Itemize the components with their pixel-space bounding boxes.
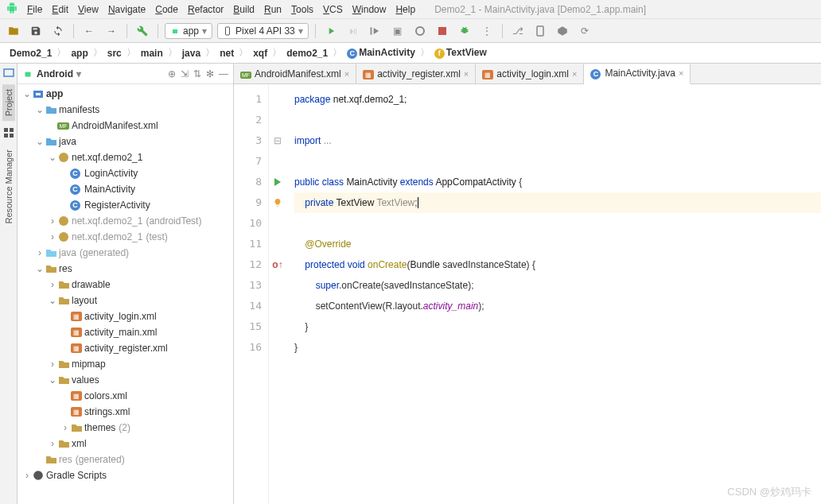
close-tab-icon[interactable]: × [344, 69, 349, 79]
gradle-sync-icon[interactable]: ⟳ [576, 22, 593, 40]
tree-node[interactable]: ⌄values [18, 372, 233, 388]
project-tool-icon[interactable] [3, 67, 14, 78]
breadcrumb-item[interactable]: demo2_1 [283, 46, 331, 60]
tree-node[interactable]: ▦activity_register.xml [18, 340, 233, 356]
main-toolbar: ← → app ▾ Pixel 4 API 33 ▾ ⏯ ▣ ⋮ ⎇ ⟳ [0, 19, 821, 43]
tree-node[interactable]: ⌄layout [18, 293, 233, 308]
breadcrumb-item[interactable]: xqf [250, 46, 270, 60]
editor-tab[interactable]: ▦activity_login.xml× [476, 64, 584, 83]
menu-vcs[interactable]: VCS [318, 2, 348, 17]
tree-node[interactable]: ›java(generated) [18, 245, 233, 261]
avd-icon[interactable] [531, 22, 549, 40]
editor-tab[interactable]: MFAndroidManifest.xml× [234, 64, 356, 83]
sort-icon[interactable]: ⇅ [193, 68, 201, 79]
breadcrumb-item[interactable]: java [179, 46, 204, 60]
svg-rect-5 [4, 69, 14, 76]
svg-rect-3 [438, 27, 446, 35]
target-icon[interactable]: ⊕ [168, 68, 176, 79]
tree-node[interactable]: ›mipmap [18, 356, 233, 372]
project-tool-tab[interactable]: Project [2, 84, 15, 121]
tree-node[interactable]: ›themes(2) [18, 420, 233, 436]
editor-tab[interactable]: ▦activity_register.xml× [356, 64, 476, 83]
tree-node[interactable]: res(generated) [18, 452, 233, 467]
menu-bar: FileEditViewNavigateCodeRefactorBuildRun… [0, 0, 821, 19]
tree-node[interactable]: CMainActivity [18, 181, 233, 197]
tree-node[interactable]: CLoginActivity [18, 165, 233, 181]
tree-node[interactable]: ▦activity_login.xml [18, 308, 233, 324]
editor-tabs: MFAndroidManifest.xml×▦activity_register… [234, 64, 821, 84]
resource-manager-tab[interactable]: Resource Manager [2, 145, 15, 229]
build-icon[interactable] [134, 22, 151, 40]
tree-node[interactable]: ▦strings.xml [18, 404, 233, 420]
git-icon[interactable]: ⎇ [509, 22, 527, 40]
close-tab-icon[interactable]: × [464, 69, 469, 79]
profile-icon[interactable]: ▣ [389, 22, 407, 40]
menu-run[interactable]: Run [259, 2, 286, 17]
breadcrumb-item[interactable]: Demo2_1 [6, 46, 55, 60]
editor-tab[interactable]: CMainActivity.java× [584, 64, 691, 84]
tree-node[interactable]: ⌄java [18, 134, 233, 149]
device-label: Pixel 4 API 33 [235, 25, 295, 37]
sdk-icon[interactable] [554, 22, 571, 40]
svg-point-14 [59, 232, 68, 242]
svg-rect-6 [4, 128, 8, 132]
menu-build[interactable]: Build [228, 2, 259, 17]
tree-node[interactable]: ›net.xqf.demo2_1(androidTest) [18, 213, 233, 229]
more-icon[interactable]: ⋮ [478, 22, 496, 40]
sidebar-view-selector[interactable]: Android ▾ [22, 68, 81, 79]
menu-tools[interactable]: Tools [286, 2, 318, 17]
svg-rect-1 [370, 27, 372, 34]
run-config-selector[interactable]: app ▾ [165, 23, 212, 39]
settings-icon[interactable]: ✻ [206, 68, 214, 79]
tree-node[interactable]: ⌄net.xqf.demo2_1 [18, 149, 233, 165]
attach-icon[interactable] [411, 22, 429, 40]
menu-code[interactable]: Code [150, 2, 183, 17]
close-tab-icon[interactable]: × [572, 69, 577, 79]
breadcrumb-item[interactable]: src [104, 46, 125, 60]
tree-node[interactable]: ›net.xqf.demo2_1(test) [18, 229, 233, 245]
debug-icon[interactable]: ⏯ [344, 22, 362, 40]
menu-refactor[interactable]: Refactor [183, 2, 228, 17]
tree-node[interactable]: ⌄res [18, 261, 233, 277]
menu-navigate[interactable]: Navigate [103, 2, 150, 17]
close-tab-icon[interactable]: × [679, 68, 683, 78]
resource-manager-icon[interactable] [3, 127, 14, 138]
forward-icon[interactable]: → [103, 22, 120, 40]
gutter-icons: ⊟o↑ [269, 84, 286, 504]
save-icon[interactable] [27, 22, 45, 40]
tree-node[interactable]: ›drawable [18, 277, 233, 293]
breadcrumb-item[interactable]: main [138, 46, 166, 60]
tree-node[interactable]: ▦activity_main.xml [18, 324, 233, 340]
breadcrumb: Demo2_1〉app〉src〉main〉java〉net〉xqf〉demo2_… [0, 43, 821, 64]
menu-file[interactable]: File [22, 2, 47, 17]
tree-node[interactable]: ⌄manifests [18, 102, 233, 118]
tree-node[interactable]: MFAndroidManifest.xml [18, 118, 233, 134]
bug-icon[interactable] [456, 22, 473, 40]
breadcrumb-item[interactable]: net [216, 46, 237, 60]
svg-rect-4 [537, 26, 543, 36]
device-selector[interactable]: Pixel 4 API 33 ▾ [217, 23, 309, 39]
menu-window[interactable]: Window [348, 2, 391, 17]
run-icon[interactable] [322, 22, 340, 40]
tree-node[interactable]: CRegisterActivity [18, 197, 233, 213]
expand-icon[interactable]: ⇲ [181, 68, 189, 79]
open-icon[interactable] [5, 22, 22, 40]
svg-rect-11 [36, 93, 41, 95]
coverage-icon[interactable] [367, 22, 384, 40]
breadcrumb-item[interactable]: app [68, 46, 91, 60]
menu-help[interactable]: Help [391, 2, 420, 17]
tree-node[interactable]: ▦colors.xml [18, 388, 233, 404]
menu-view[interactable]: View [73, 2, 103, 17]
stop-icon[interactable] [434, 22, 451, 40]
breadcrumb-item[interactable]: CMainActivity [344, 45, 418, 60]
hide-icon[interactable]: — [219, 68, 228, 79]
project-sidebar: Android ▾ ⊕ ⇲ ⇅ ✻ — ⌄app⌄manifestsMFAndr… [18, 64, 234, 504]
back-icon[interactable]: ← [80, 22, 98, 40]
menu-edit[interactable]: Edit [47, 2, 73, 17]
sync-icon[interactable] [49, 22, 67, 40]
tree-node[interactable]: ⌄app [18, 86, 233, 102]
code-editor[interactable]: package net.xqf.demo2_1;import ...public… [286, 84, 821, 504]
breadcrumb-item[interactable]: fTextView [431, 45, 490, 60]
tree-node[interactable]: ›Gradle Scripts [18, 467, 233, 483]
tree-node[interactable]: ›xml [18, 436, 233, 452]
